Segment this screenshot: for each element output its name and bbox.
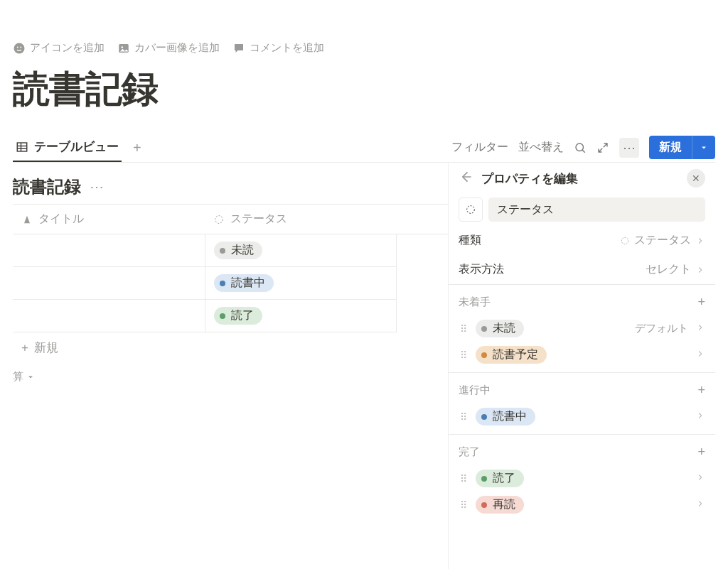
chevron-down-icon	[26, 373, 35, 381]
column-header-title[interactable]: タイトル	[13, 205, 205, 234]
status-option[interactable]: ⠿ 読書中	[449, 403, 715, 430]
svg-point-14	[469, 208, 472, 211]
drag-handle-icon[interactable]: ⠿	[459, 499, 469, 511]
panel-title: プロパティを編集	[481, 170, 678, 187]
close-icon: ✕	[692, 173, 700, 184]
status-dot-icon	[220, 313, 225, 319]
svg-point-15	[621, 237, 628, 244]
expand-button[interactable]	[596, 141, 609, 154]
cell-title[interactable]	[13, 300, 205, 332]
group-name: 進行中	[459, 384, 491, 397]
view-tab-label: テーブルビュー	[34, 139, 119, 155]
option-label: 読了	[493, 471, 515, 486]
status-dot-icon	[481, 476, 487, 482]
status-label: 未読	[231, 243, 254, 258]
cell-title[interactable]	[13, 267, 205, 300]
add-option-button[interactable]: +	[697, 383, 705, 398]
status-dot-icon	[481, 502, 487, 508]
chevron-right-icon	[695, 411, 705, 421]
option-label: 再読	[493, 497, 515, 512]
svg-point-12	[218, 218, 220, 221]
table-icon	[16, 141, 28, 153]
status-label: 読了	[231, 308, 254, 323]
status-dot-icon	[220, 281, 225, 286]
expand-icon	[596, 141, 609, 154]
group-name: 未着手	[459, 296, 491, 309]
status-label: 読書中	[231, 276, 265, 291]
status-dot-icon	[220, 248, 225, 254]
close-button[interactable]: ✕	[687, 169, 705, 188]
status-group: 完了 + ⠿ 読了 ⠿ 再読	[449, 434, 715, 522]
add-comment-button[interactable]: コメントを追加	[232, 41, 324, 55]
status-option[interactable]: ⠿ 未読 デフォルト	[449, 315, 715, 342]
drag-handle-icon[interactable]: ⠿	[459, 323, 469, 335]
status-icon	[213, 214, 225, 225]
option-label: 未読	[493, 321, 515, 336]
plus-icon: +	[21, 341, 28, 355]
chevron-right-icon	[695, 236, 705, 246]
add-icon-label: アイコンを追加	[30, 41, 105, 55]
cell-status[interactable]: 読了	[205, 300, 397, 332]
status-dot-icon	[481, 414, 487, 420]
add-icon-button[interactable]: アイコンを追加	[13, 41, 105, 55]
default-badge: デフォルト	[635, 322, 688, 335]
smile-icon	[13, 42, 26, 55]
cell-status[interactable]: 読書中	[205, 267, 397, 300]
chevron-right-icon	[695, 265, 705, 275]
drag-handle-icon[interactable]: ⠿	[459, 411, 469, 423]
svg-point-9	[576, 143, 584, 151]
arrow-left-icon	[459, 170, 473, 184]
database-title[interactable]: 読書記録	[13, 175, 81, 198]
view-tab-table[interactable]: テーブルビュー	[13, 133, 122, 162]
search-icon	[574, 141, 587, 154]
cell-status[interactable]: 未読	[205, 234, 397, 267]
cell-title[interactable]	[13, 234, 205, 267]
dots-icon: ⋯	[623, 140, 636, 156]
add-view-button[interactable]: +	[129, 139, 146, 156]
property-edit-panel: プロパティを編集 ✕ 種類 ステータス 表示方法 セレクト 未着手 + ⠿	[448, 163, 715, 569]
viewbar: テーブルビュー + フィルター 並べ替え ⋯ 新規	[13, 133, 715, 163]
option-label: 読書予定	[493, 347, 538, 362]
text-icon	[21, 214, 33, 225]
page-actions: アイコンを追加 カバー画像を追加 コメントを追加	[13, 0, 715, 55]
status-option[interactable]: ⠿ 読了	[449, 465, 715, 492]
drag-handle-icon[interactable]: ⠿	[459, 473, 469, 484]
property-display-row[interactable]: 表示方法 セレクト	[449, 255, 715, 284]
svg-point-16	[623, 239, 626, 242]
add-cover-button[interactable]: カバー画像を追加	[117, 41, 220, 55]
drag-handle-icon[interactable]: ⠿	[459, 349, 469, 361]
back-button[interactable]	[459, 170, 473, 187]
svg-rect-5	[17, 143, 27, 151]
chevron-down-icon	[700, 143, 708, 152]
svg-point-4	[121, 46, 123, 48]
more-button[interactable]: ⋯	[619, 138, 639, 158]
column-header-status[interactable]: ステータス	[205, 205, 397, 234]
status-option[interactable]: ⠿ 読書予定	[449, 342, 715, 368]
status-group: 未着手 + ⠿ 未読 デフォルト ⠿ 読書予定	[449, 284, 715, 372]
property-icon-button[interactable]	[459, 197, 483, 222]
status-group: 進行中 + ⠿ 読書中	[449, 372, 715, 434]
status-option[interactable]: ⠿ 再読	[449, 492, 715, 518]
image-icon	[117, 42, 130, 55]
database-menu-button[interactable]: ⋯	[90, 178, 105, 195]
svg-point-1	[17, 46, 18, 48]
chevron-right-icon	[695, 323, 705, 332]
svg-point-0	[14, 43, 25, 53]
property-type-row[interactable]: 種類 ステータス	[449, 226, 715, 255]
new-button[interactable]: 新規	[649, 136, 692, 159]
search-button[interactable]	[574, 141, 587, 154]
status-dot-icon	[481, 352, 487, 358]
add-comment-label: コメントを追加	[250, 41, 324, 55]
status-icon	[620, 236, 630, 246]
option-label: 読書中	[493, 409, 527, 424]
svg-point-11	[215, 215, 223, 223]
property-name-input[interactable]	[488, 197, 705, 222]
add-option-button[interactable]: +	[697, 295, 705, 310]
add-option-button[interactable]: +	[697, 445, 705, 460]
new-dropdown-button[interactable]	[692, 136, 715, 159]
add-cover-label: カバー画像を追加	[134, 41, 220, 55]
page-title[interactable]: 読書記録	[13, 65, 715, 114]
filter-button[interactable]: フィルター	[451, 140, 508, 155]
sort-button[interactable]: 並べ替え	[518, 140, 564, 155]
chevron-right-icon	[695, 472, 705, 482]
